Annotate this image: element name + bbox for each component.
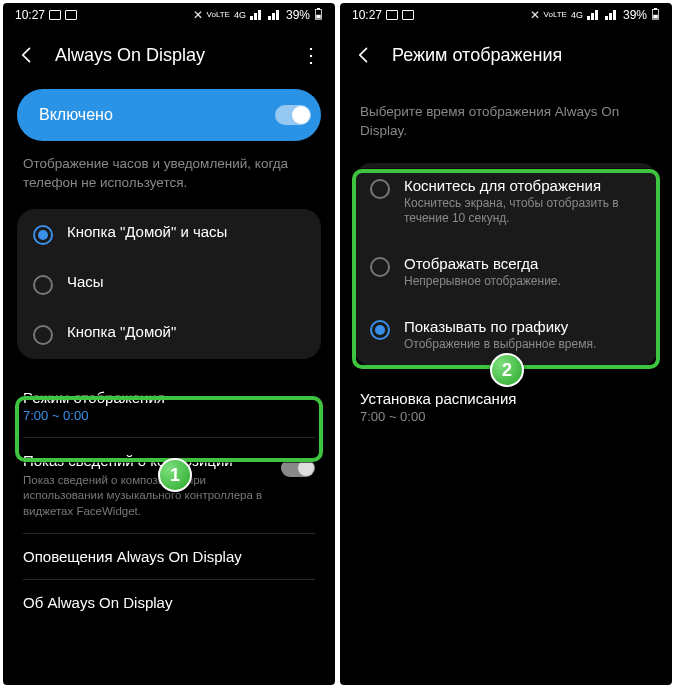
signal-icon [250, 8, 264, 23]
item-description: Показ сведений о композиции при использо… [23, 473, 265, 520]
radio-option-tap[interactable]: Коснитесь для отображения Коснитесь экра… [354, 163, 658, 241]
radio-group-mode: Коснитесь для отображения Коснитесь экра… [354, 163, 658, 366]
radio-label: Коснитесь для отображения [404, 177, 642, 194]
radio-icon [370, 179, 390, 199]
item-title: Об Always On Display [23, 594, 315, 611]
signal-icon [587, 8, 601, 23]
item-subtitle: 7:00 ~ 0:00 [23, 408, 315, 423]
more-menu-icon[interactable]: ⋮ [301, 43, 321, 67]
status-time: 10:27 [352, 8, 382, 22]
item-about[interactable]: Об Always On Display [3, 580, 335, 625]
toggle-switch[interactable] [275, 105, 311, 125]
item-display-mode[interactable]: Режим отображения 7:00 ~ 0:00 [3, 375, 335, 437]
radio-group-content: Кнопка "Домой" и часы Часы Кнопка "Домой… [17, 209, 321, 359]
app-bar: Always On Display ⋮ [3, 27, 335, 83]
radio-option-home[interactable]: Кнопка "Домой" [17, 309, 321, 359]
phone-right: 10:27 ✕ VoLTE 4G 39% Режим отображения В… [340, 3, 672, 685]
back-button[interactable] [354, 45, 374, 65]
radio-label: Кнопка "Домой" и часы [67, 223, 227, 240]
back-button[interactable] [17, 45, 37, 65]
feature-description: Отображение часов и уведомлений, когда т… [3, 155, 335, 209]
phone-left: 10:27 ✕ VoLTE 4G 39% Always On Display ⋮ [3, 3, 335, 685]
status-notif-icon [49, 10, 61, 20]
mute-icon: ✕ [193, 8, 203, 22]
item-title: Оповещения Always On Display [23, 548, 315, 565]
radio-option-always[interactable]: Отображать всегда Непрерывное отображени… [354, 241, 658, 304]
app-bar: Режим отображения [340, 27, 672, 83]
svg-rect-2 [316, 14, 321, 18]
signal-icon-2 [605, 8, 619, 23]
radio-subtitle: Отображение в выбранное время. [404, 337, 596, 353]
battery-icon [314, 8, 323, 23]
battery-icon [651, 8, 660, 23]
page-title: Режим отображения [392, 45, 658, 66]
signal-icon-2 [268, 8, 282, 23]
battery-text: 39% [286, 8, 310, 22]
svg-rect-5 [653, 14, 658, 18]
radio-label: Часы [67, 273, 104, 290]
radio-icon [33, 325, 53, 345]
annotation-badge-2: 2 [490, 353, 524, 387]
battery-text: 39% [623, 8, 647, 22]
network-label: 4G [571, 10, 583, 20]
status-bar: 10:27 ✕ VoLTE 4G 39% [3, 3, 335, 27]
volte-label: VoLTE [544, 11, 567, 19]
svg-rect-4 [654, 8, 657, 10]
master-toggle[interactable]: Включено [17, 89, 321, 141]
radio-label: Отображать всегда [404, 255, 561, 272]
item-title: Установка расписания [360, 390, 652, 407]
annotation-badge-1: 1 [158, 458, 192, 492]
radio-icon [33, 275, 53, 295]
radio-icon [370, 257, 390, 277]
status-notif-icon [386, 10, 398, 20]
item-switch[interactable] [281, 459, 315, 477]
radio-subtitle: Непрерывное отображение. [404, 274, 561, 290]
mute-icon: ✕ [530, 8, 540, 22]
status-notif-icon-2 [402, 10, 414, 20]
item-subtitle: 7:00 ~ 0:00 [360, 409, 652, 424]
status-notif-icon-2 [65, 10, 77, 20]
item-title: Показ сведений о композиции [23, 452, 265, 469]
network-label: 4G [234, 10, 246, 20]
radio-label: Кнопка "Домой" [67, 323, 176, 340]
radio-icon [33, 225, 53, 245]
radio-subtitle: Коснитесь экрана, чтобы отобразить в теч… [404, 196, 642, 227]
status-time: 10:27 [15, 8, 45, 22]
volte-label: VoLTE [207, 11, 230, 19]
toggle-label: Включено [39, 106, 113, 124]
svg-rect-1 [317, 8, 320, 10]
settings-list: Режим отображения 7:00 ~ 0:00 Показ свед… [3, 375, 335, 626]
item-notifications[interactable]: Оповещения Always On Display [3, 534, 335, 579]
feature-description: Выберите время отображения Always On Dis… [340, 83, 672, 163]
item-title: Режим отображения [23, 389, 315, 406]
page-title: Always On Display [55, 45, 283, 66]
radio-label: Показывать по графику [404, 318, 596, 335]
status-bar: 10:27 ✕ VoLTE 4G 39% [340, 3, 672, 27]
radio-icon [370, 320, 390, 340]
radio-option-home-clock[interactable]: Кнопка "Домой" и часы [17, 209, 321, 259]
radio-option-clock[interactable]: Часы [17, 259, 321, 309]
